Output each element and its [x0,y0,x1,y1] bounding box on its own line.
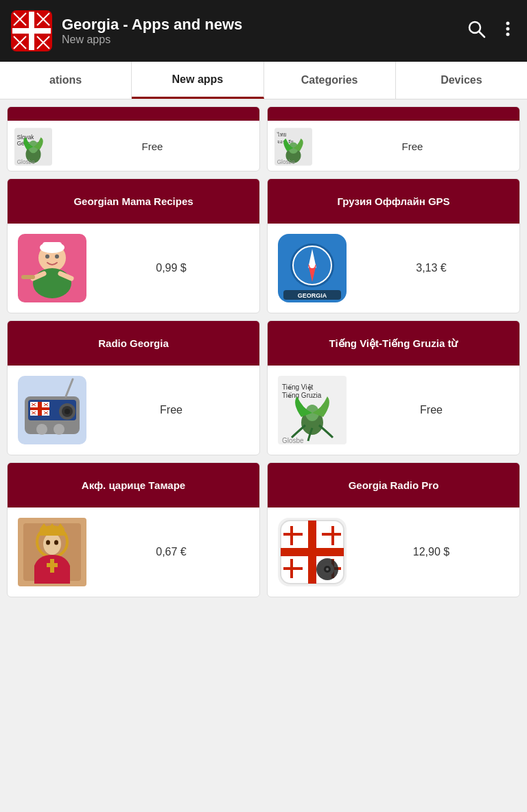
svg-point-19 [506,32,510,36]
tab-devices[interactable]: Devices [396,62,527,99]
price-gps: 3,13 € [350,262,513,274]
more-options-icon[interactable] [500,19,516,43]
app-card-header-gps: Грузия Оффлайн GPS [268,179,519,224]
svg-point-72 [36,424,47,435]
app-header: Georgia - Apps and news New apps [0,0,527,62]
svg-point-91 [46,540,50,545]
app-card-radio-georgia[interactable]: Radio Georgia [7,320,260,455]
app-title-tamare: Акф. царице Тамаре [82,479,185,492]
svg-point-18 [506,27,510,30]
price-tieng-viet: Free [350,404,513,416]
svg-text:Glosbe: Glosbe [277,158,296,165]
svg-text:Tiếng Gruzia: Tiếng Gruzia [282,392,322,399]
svg-rect-90 [47,563,58,567]
app-card-header-tamare: Акф. царице Тамаре [8,463,259,508]
tab-categories[interactable]: Categories [264,62,396,99]
svg-point-71 [65,409,70,414]
price-radio-pro: 12,90 $ [350,546,513,558]
app-card-akf-tamare[interactable]: Акф. царице Тамаре [7,462,260,597]
svg-text:Glosbe: Glosbe [282,437,304,444]
svg-point-17 [506,21,510,25]
svg-rect-42 [43,242,62,249]
app-card-header-radio: Radio Georgia [8,321,259,366]
app-card-body-radio-pro: 12,90 $ [268,508,519,597]
icon-recipes [14,230,90,306]
icon-slovak-georgian: Slovak Georgian Glosbe [14,128,52,165]
apps-container: Slovak Georgian Glosbe Free ไทย จอ [0,99,527,604]
app-card-body-gps: GEORGIA 3,13 € [268,224,519,313]
tab-bar: ations New apps Categories Devices [0,62,527,99]
app-card-georgian-mama-recipes[interactable]: Georgian Mama Recipes [7,178,260,313]
app-card-header-recipes: Georgian Mama Recipes [8,179,259,224]
price-tamare: 0,67 € [90,546,253,558]
svg-rect-2 [12,28,51,34]
icon-thai-georgian: ไทย จอร...จีย Glosbe [274,128,312,165]
price-thai-georgian: Free [312,141,513,152]
header-actions [467,19,516,43]
app-card-thai-georgian[interactable]: ไทย จอร...จีย Glosbe Free [267,106,520,171]
svg-point-40 [55,254,59,259]
svg-text:Tiếng Việt: Tiếng Việt [282,383,314,391]
app-card-body-recipes: 0,99 $ [8,224,259,313]
icon-gps: GEORGIA [274,230,350,306]
app-card-body-tieng-viet: Tiếng Việt Tiếng Gruzia Glosbe Free [268,366,519,455]
app-card-georgia-radio-pro[interactable]: Georgia Radio Pro [267,462,520,597]
header-text-block: Georgia - Apps and news New apps [62,16,467,46]
svg-text:GEORGIA: GEORGIA [298,292,327,299]
svg-rect-102 [283,567,303,570]
price-recipes: 0,99 $ [90,262,253,274]
icon-radio [14,372,90,448]
icon-tamare [14,514,90,590]
svg-rect-38 [21,275,35,279]
app-card-body-radio: Free [8,366,259,455]
app-title-radio: Radio Georgia [98,337,169,350]
svg-text:Glosbe: Glosbe [17,158,36,165]
app-card-georgia-offline-gps[interactable]: Грузия Оффлайн GPS GEORGIA [267,178,520,313]
svg-text:ไทย: ไทย [277,132,286,138]
app-logo [11,10,52,51]
svg-rect-96 [281,548,344,556]
svg-point-48 [309,263,315,268]
svg-point-92 [54,540,58,545]
header-subtitle: New apps [62,34,467,46]
svg-line-16 [479,32,484,37]
icon-tieng-viet: Tiếng Việt Tiếng Gruzia Glosbe [274,372,350,448]
app-title-radio-pro: Georgia Radio Pro [349,479,439,492]
svg-point-39 [45,254,49,259]
tab-ations[interactable]: ations [0,62,132,99]
svg-rect-85 [40,529,65,536]
app-card-body-tamare: 0,67 € [8,508,259,597]
svg-point-108 [326,568,329,571]
app-title-tieng-viet: Tiếng Việt-Tiếng Gruzia từ [329,337,458,350]
price-radio: Free [90,404,253,416]
svg-point-73 [54,424,65,435]
svg-rect-98 [283,533,303,536]
app-card-header-tieng-viet: Tiếng Việt-Tiếng Gruzia từ [268,321,519,366]
app-card-header-radio-pro: Georgia Radio Pro [268,463,519,508]
tab-new-apps[interactable]: New apps [132,62,264,99]
app-title-gps: Грузия Оффлайн GPS [337,195,449,208]
svg-rect-56 [30,407,49,410]
header-title: Georgia - Apps and news [62,16,467,34]
app-card-slovak-georgian[interactable]: Slovak Georgian Glosbe Free [7,106,260,171]
svg-rect-100 [322,533,341,536]
app-title-recipes: Georgian Mama Recipes [73,195,193,208]
svg-point-84 [43,533,61,555]
icon-radio-pro [274,514,350,590]
price-slovak-georgian: Free [52,141,253,152]
app-card-tieng-viet[interactable]: Tiếng Việt-Tiếng Gruzia từ Tiếng Việt Ti… [267,320,520,455]
search-icon[interactable] [467,19,486,43]
